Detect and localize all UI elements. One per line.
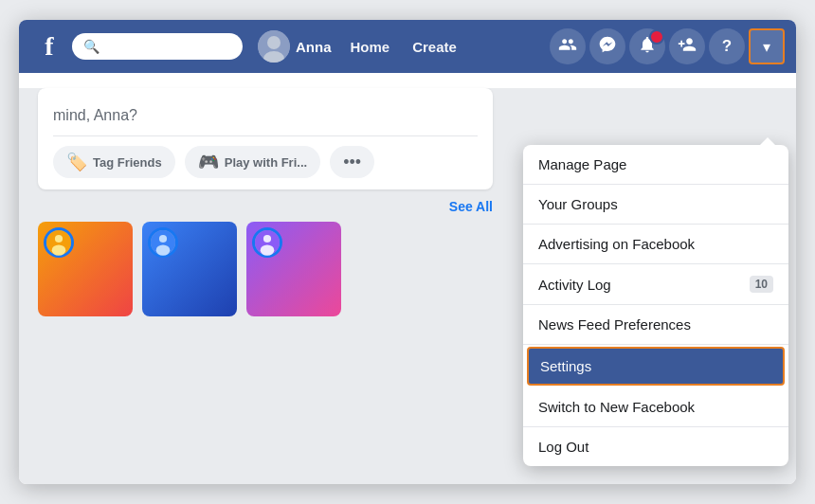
menu-item-activity-log[interactable]: Activity Log 10 (523, 264, 788, 305)
tag-friends-btn[interactable]: 🏷️ Tag Friends (53, 146, 175, 178)
avatar (258, 30, 290, 63)
menu-item-settings[interactable]: Settings (527, 347, 785, 386)
svg-point-5 (52, 244, 66, 255)
bell-icon-btn[interactable] (629, 28, 665, 64)
menu-label-advertising: Advertising on Facebook (538, 236, 773, 252)
messenger-icon-btn[interactable] (589, 28, 625, 64)
see-all-link[interactable]: See All (449, 199, 493, 214)
dropdown-pointer (760, 137, 775, 145)
story-card-1[interactable] (38, 222, 133, 316)
svg-point-4 (55, 235, 63, 243)
menu-item-advertising[interactable]: Advertising on Facebook (523, 225, 788, 264)
tag-friends-label: Tag Friends (93, 155, 162, 170)
menu-item-your-groups[interactable]: Your Groups (523, 185, 788, 225)
play-icon: 🎮 (198, 152, 219, 172)
help-icon-btn[interactable]: ? (709, 28, 745, 64)
play-btn[interactable]: 🎮 Play with Fri... (185, 146, 320, 178)
menu-label-activity-log: Activity Log (538, 277, 750, 293)
stories-row (38, 222, 493, 316)
svg-point-11 (261, 244, 275, 255)
menu-label-logout: Log Out (538, 439, 773, 455)
fb-logo-letter: f (45, 31, 53, 62)
menu-label-news-feed: News Feed Preferences (538, 316, 773, 333)
menu-item-logout[interactable]: Log Out (523, 427, 788, 466)
menu-item-switch[interactable]: Switch to New Facebook (523, 387, 788, 427)
nav-link-create[interactable]: Create (412, 39, 457, 55)
menu-item-manage-page[interactable]: Manage Page (523, 145, 788, 185)
post-box: mind, Anna? 🏷️ Tag Friends 🎮 Play with F… (38, 88, 493, 189)
stories-section: See All (38, 199, 493, 316)
post-actions: 🏷️ Tag Friends 🎮 Play with Fri... ••• (53, 135, 478, 178)
story-avatar-2 (148, 227, 178, 258)
search-icon: 🔍 (83, 39, 100, 54)
tag-icon: 🏷️ (66, 152, 87, 172)
activity-log-badge: 10 (750, 276, 773, 293)
dropdown-arrow-btn[interactable]: ▾ (749, 28, 785, 64)
facebook-navbar: f 🔍 Anna Home Create (19, 20, 796, 73)
post-placeholder: mind, Anna? (53, 99, 478, 135)
nav-user-profile[interactable]: Anna (258, 30, 332, 63)
menu-label-your-groups: Your Groups (538, 196, 773, 212)
svg-point-10 (263, 235, 271, 243)
story-avatar-1 (44, 227, 74, 258)
menu-label-manage-page: Manage Page (538, 156, 773, 172)
search-input[interactable] (105, 39, 231, 54)
menu-item-news-feed[interactable]: News Feed Preferences (523, 305, 788, 345)
dropdown-menu: Manage Page Your Groups Advertising on F… (523, 145, 788, 466)
svg-point-1 (267, 36, 281, 49)
nav-link-home[interactable]: Home (351, 39, 390, 55)
menu-label-settings: Settings (540, 358, 771, 374)
dropdown-arrow-icon: ▾ (763, 38, 770, 56)
fb-logo: f (30, 27, 68, 65)
more-actions-btn[interactable]: ••• (330, 146, 374, 178)
bell-badge (649, 29, 664, 45)
stories-header: See All (38, 199, 493, 214)
svg-point-7 (159, 235, 167, 243)
story-avatar-3 (252, 227, 282, 258)
menu-label-switch: Switch to New Facebook (538, 399, 773, 415)
nav-links: Home Create (351, 39, 457, 55)
more-icon: ••• (343, 153, 361, 171)
friends-icon (558, 35, 577, 59)
nav-user-name: Anna (296, 39, 332, 55)
friends-icon-btn[interactable] (550, 28, 586, 64)
search-box[interactable]: 🔍 (72, 33, 243, 60)
browser-frame: f 🔍 Anna Home Create (19, 20, 796, 484)
messenger-icon (598, 35, 617, 59)
nav-icon-group: ? ▾ (550, 28, 785, 64)
fb-main-content: mind, Anna? 🏷️ Tag Friends 🎮 Play with F… (19, 88, 796, 484)
friend-request-icon (678, 35, 697, 59)
story-card-2[interactable] (142, 222, 237, 316)
svg-point-8 (156, 244, 171, 255)
help-icon: ? (722, 37, 732, 56)
story-card-3[interactable] (246, 222, 341, 316)
play-label: Play with Fri... (225, 155, 307, 170)
friend-request-icon-btn[interactable] (669, 28, 705, 64)
